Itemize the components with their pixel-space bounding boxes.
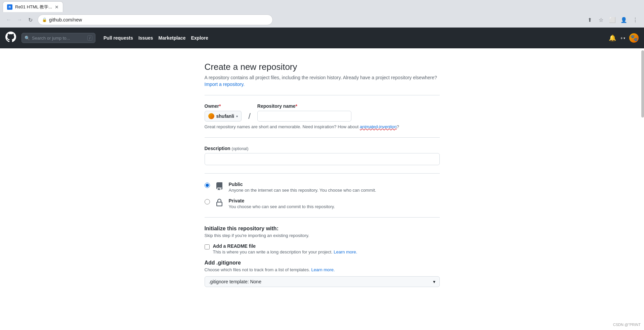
nav-issues[interactable]: Issues bbox=[138, 35, 153, 41]
forward-button[interactable]: → bbox=[15, 15, 24, 25]
readme-content: Add a README file This is where you can … bbox=[213, 243, 357, 254]
readme-learn-link[interactable]: Learn more. bbox=[334, 249, 357, 254]
owner-select[interactable]: shufanli ▾ bbox=[205, 111, 242, 122]
search-kbd: / bbox=[87, 35, 92, 41]
github-nav-right: 🔔 + ▾ 🐾 bbox=[609, 33, 639, 43]
share-button[interactable]: ⬆ bbox=[585, 15, 594, 25]
repo-name-field-group: Repository name* bbox=[257, 103, 351, 122]
divider-2 bbox=[205, 137, 440, 138]
private-option: Private You choose who can see and commi… bbox=[205, 198, 440, 209]
import-repository-link[interactable]: Import a repository. bbox=[205, 82, 245, 87]
github-search[interactable]: 🔍 Search or jump to... / bbox=[22, 33, 95, 43]
menu-button[interactable]: ⋮ bbox=[631, 15, 640, 25]
private-label: Private bbox=[229, 198, 335, 203]
initialize-section: Initialize this repository with: Skip th… bbox=[205, 226, 440, 254]
browser-chrome: R Re01 HTML 教学... ✕ ← → ↻ 🔒 github.com/n… bbox=[0, 0, 644, 28]
owner-name: shufanli bbox=[216, 113, 234, 119]
readme-label: Add a README file bbox=[213, 243, 357, 249]
github-nav: 🔍 Search or jump to... / Pull requests I… bbox=[0, 28, 644, 48]
init-title: Initialize this repository with: bbox=[205, 226, 440, 232]
repo-hint: Great repository names are short and mem… bbox=[205, 124, 440, 129]
gitignore-template-text: .gitignore template: None bbox=[209, 279, 431, 284]
public-radio[interactable] bbox=[205, 183, 210, 188]
browser-tab: R Re01 HTML 教学... ✕ bbox=[3, 1, 63, 12]
description-input[interactable] bbox=[205, 153, 440, 165]
private-option-content: Private You choose who can see and commi… bbox=[229, 198, 335, 209]
repo-name-required-star: * bbox=[295, 103, 297, 109]
bookmark-button[interactable]: ☆ bbox=[596, 15, 606, 25]
github-logo[interactable] bbox=[5, 32, 16, 45]
repo-name-label: Repository name* bbox=[257, 103, 351, 109]
public-desc: Anyone on the internet can see this repo… bbox=[229, 188, 376, 193]
inspired-name-wavy[interactable]: animated-invention bbox=[360, 124, 397, 129]
gitignore-dropdown-arrow: ▾ bbox=[433, 279, 435, 284]
repo-name-input[interactable] bbox=[257, 111, 351, 122]
form-container: Create a new repository A repository con… bbox=[198, 62, 446, 287]
private-repo-icon bbox=[214, 197, 225, 208]
description-label: Description (optional) bbox=[205, 146, 440, 151]
back-button[interactable]: ← bbox=[4, 15, 13, 25]
address-text: github.com/new bbox=[49, 17, 268, 22]
main-content: Create a new repository A repository con… bbox=[0, 48, 644, 330]
tab-close-icon[interactable]: ✕ bbox=[55, 4, 59, 10]
description-optional: (optional) bbox=[231, 146, 248, 151]
public-option: Public Anyone on the internet can see th… bbox=[205, 182, 440, 193]
description-field-group: Description (optional) bbox=[205, 146, 440, 165]
gitignore-subtitle: Choose which files not to track from a l… bbox=[205, 267, 440, 272]
tab-bar: R Re01 HTML 教学... ✕ bbox=[0, 0, 644, 12]
private-radio[interactable] bbox=[205, 199, 210, 204]
init-subtitle: Skip this step if you're importing an ex… bbox=[205, 233, 440, 238]
owner-dropdown-arrow: ▾ bbox=[236, 114, 238, 118]
readme-checkbox-option: Add a README file This is where you can … bbox=[205, 243, 440, 254]
github-nav-links: Pull requests Issues Marketplace Explore bbox=[103, 35, 208, 41]
add-dropdown-arrow: ▾ bbox=[624, 36, 625, 40]
owner-repo-row: Owner* shufanli ▾ / Repository name* bbox=[205, 103, 440, 122]
add-button[interactable]: + ▾ bbox=[620, 36, 625, 41]
nav-marketplace[interactable]: Marketplace bbox=[159, 35, 186, 41]
split-button[interactable]: ⬜ bbox=[608, 15, 617, 25]
profile-button[interactable]: 👤 bbox=[619, 15, 629, 25]
scrollbar-indicator[interactable] bbox=[641, 50, 644, 117]
user-avatar[interactable]: 🐾 bbox=[629, 33, 639, 43]
owner-avatar bbox=[208, 113, 214, 119]
divider-4 bbox=[205, 217, 440, 218]
gitignore-section: Add .gitignore Choose which files not to… bbox=[205, 260, 440, 287]
readme-checkbox[interactable] bbox=[205, 244, 210, 249]
lock-icon: 🔒 bbox=[42, 17, 47, 22]
browser-toolbar-right: ⬆ ☆ ⬜ 👤 ⋮ bbox=[585, 15, 640, 25]
gitignore-template-select[interactable]: .gitignore template: None ▾ bbox=[205, 276, 440, 287]
owner-required-star: * bbox=[219, 103, 221, 109]
nav-pull-requests[interactable]: Pull requests bbox=[103, 35, 133, 41]
public-repo-icon bbox=[214, 181, 225, 192]
search-icon: 🔍 bbox=[25, 36, 30, 41]
browser-toolbar: ← → ↻ 🔒 github.com/new ⬆ ☆ ⬜ 👤 ⋮ bbox=[0, 12, 644, 28]
page-title: Create a new repository bbox=[205, 62, 440, 72]
reload-button[interactable]: ↻ bbox=[26, 15, 35, 25]
owner-field-group: Owner* shufanli ▾ bbox=[205, 103, 242, 122]
browser-nav-buttons: ← → ↻ bbox=[4, 15, 35, 25]
divider-3 bbox=[205, 173, 440, 174]
owner-label: Owner* bbox=[205, 103, 242, 109]
nav-explore[interactable]: Explore bbox=[191, 35, 208, 41]
plus-icon: + bbox=[620, 36, 623, 41]
search-placeholder-text: Search or jump to... bbox=[32, 36, 85, 41]
page-subtitle: A repository contains all project files,… bbox=[205, 75, 440, 80]
gitignore-title: Add .gitignore bbox=[205, 260, 440, 266]
divider-1 bbox=[205, 95, 440, 95]
private-desc: You choose who can see and commit to thi… bbox=[229, 204, 335, 209]
notification-icon[interactable]: 🔔 bbox=[609, 34, 616, 42]
gitignore-learn-link[interactable]: Learn more. bbox=[311, 267, 335, 272]
tab-favicon: R bbox=[7, 4, 12, 10]
public-label: Public bbox=[229, 182, 376, 187]
csdn-watermark: CSDN @"PRINT bbox=[613, 323, 641, 327]
address-bar[interactable]: 🔒 github.com/new bbox=[38, 14, 273, 25]
tab-title: Re01 HTML 教学... bbox=[15, 4, 52, 10]
public-option-content: Public Anyone on the internet can see th… bbox=[229, 182, 376, 193]
slash-separator: / bbox=[248, 111, 251, 122]
visibility-radio-group: Public Anyone on the internet can see th… bbox=[205, 182, 440, 209]
readme-desc: This is where you can write a long descr… bbox=[213, 249, 357, 254]
